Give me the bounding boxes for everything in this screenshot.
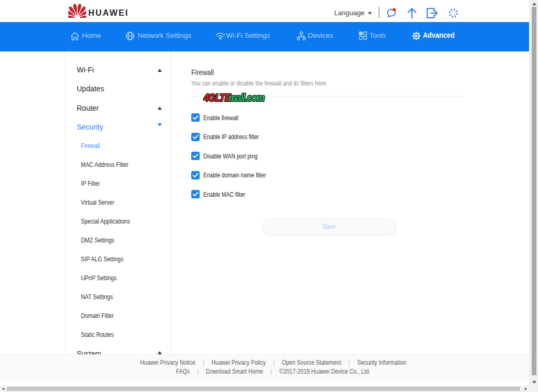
svg-text:4GLTE: 4GLTE <box>203 92 232 103</box>
svg-text:mall.com: mall.com <box>229 92 265 103</box>
